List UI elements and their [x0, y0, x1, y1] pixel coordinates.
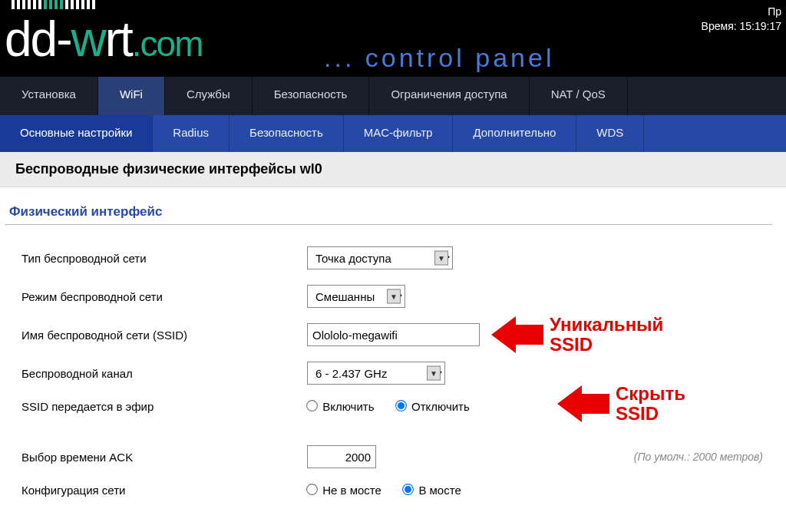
- content: Физический интерфейс Тип беспроводной се…: [0, 187, 786, 504]
- label-ssid: Имя беспроводной сети (SSID): [21, 329, 307, 342]
- radio-bridged-label[interactable]: В мосте: [403, 484, 461, 497]
- subtab-macfilter[interactable]: MAC-фильтр: [344, 115, 454, 152]
- fieldset-legend: Физический интерфейс: [5, 204, 772, 225]
- section-title: Беспроводные физические интерфейсы wl0: [0, 152, 786, 187]
- subtab-wsecurity[interactable]: Безопасность: [230, 115, 344, 152]
- select-channel[interactable]: 6 - 2.437 GHz: [307, 362, 445, 385]
- input-ssid[interactable]: [307, 323, 480, 346]
- tab-security[interactable]: Безопасность: [253, 77, 370, 115]
- tab-wifi[interactable]: WiFi: [98, 77, 165, 115]
- select-wltype[interactable]: Точка доступа: [307, 246, 453, 269]
- subtab-basic[interactable]: Основные настройки: [0, 115, 153, 152]
- status-product: Пр: [702, 5, 781, 19]
- radio-unbridged-label[interactable]: Не в мосте: [307, 484, 381, 497]
- label-channel: Беспроводной канал: [21, 367, 307, 380]
- row-broadcast: SSID передается в эфир Включить Отключит…: [0, 392, 786, 421]
- label-broadcast: SSID передается в эфир: [21, 400, 307, 413]
- sub-tabs: Основные настройки Radius Безопасность M…: [0, 115, 786, 152]
- row-channel: Беспроводной канал 6 - 2.437 GHz: [0, 354, 786, 392]
- label-wlmode: Режим беспроводной сети: [21, 290, 307, 303]
- subtab-radius[interactable]: Radius: [153, 115, 230, 152]
- logo: dd-wrt.com: [5, 11, 203, 68]
- row-ssid: Имя беспроводной сети (SSID): [0, 316, 786, 354]
- note-ack: (По умолч.: 2000 метров): [634, 451, 786, 463]
- row-ack: Выбор времени ACK (По умолч.: 2000 метро…: [0, 438, 786, 476]
- subtab-advanced[interactable]: Дополнительно: [453, 115, 576, 152]
- label-netcfg: Конфигурация сети: [21, 484, 307, 497]
- radio-bridged[interactable]: [402, 484, 414, 495]
- radio-broadcast-off-label[interactable]: Отключить: [396, 400, 470, 413]
- logo-ticks: [12, 0, 95, 9]
- row-netcfg: Конфигурация сети Не в мосте В мосте: [0, 476, 786, 504]
- control-panel-label: ... control panel: [324, 43, 554, 73]
- row-wlmode: Режим беспроводной сети Смешанный: [0, 277, 786, 316]
- radio-broadcast-on[interactable]: [306, 400, 318, 411]
- header-status: Пр Время: 15:19:17: [702, 5, 781, 34]
- tab-natqos[interactable]: NAT / QoS: [530, 77, 628, 115]
- main-tabs: Установка WiFi Службы Безопасность Огран…: [0, 77, 786, 115]
- row-wltype: Тип беспроводной сети Точка доступа: [0, 239, 786, 277]
- input-ack[interactable]: [307, 445, 376, 468]
- radio-broadcast-on-label[interactable]: Включить: [307, 400, 374, 413]
- tab-access[interactable]: Ограничения доступа: [369, 77, 529, 115]
- radio-unbridged[interactable]: [306, 484, 318, 495]
- tab-services[interactable]: Службы: [165, 77, 253, 115]
- select-wlmode[interactable]: Смешанный: [307, 285, 405, 308]
- status-time: Время: 15:19:17: [702, 19, 781, 34]
- radio-broadcast-off[interactable]: [395, 400, 407, 411]
- tab-setup[interactable]: Установка: [0, 77, 98, 115]
- subtab-wds[interactable]: WDS: [576, 115, 644, 152]
- label-wltype: Тип беспроводной сети: [21, 252, 307, 265]
- label-ack: Выбор времени ACK: [21, 451, 307, 464]
- header: dd-wrt.com ... control panel Пр Время: 1…: [0, 0, 786, 77]
